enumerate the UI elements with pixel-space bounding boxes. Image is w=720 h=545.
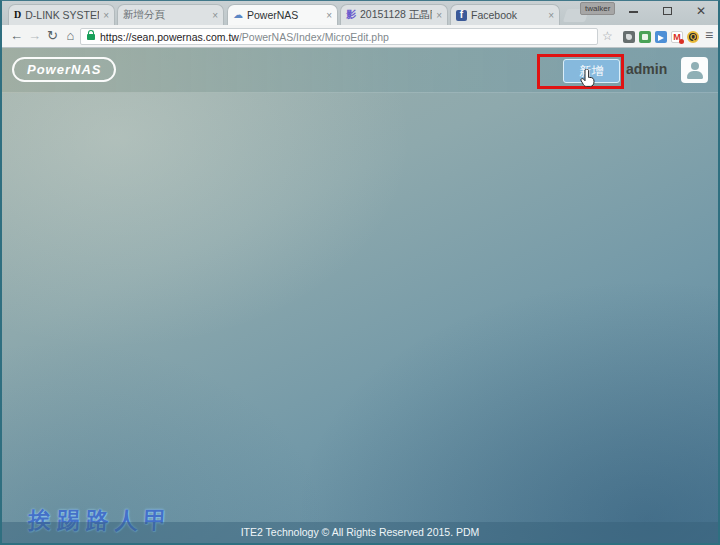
evernote-extension-icon[interactable] [623,31,635,43]
url-path: /PowerNAS/Index/MicroEdit.php [239,31,389,43]
powernas-logo: PowerNAS [12,57,116,82]
tab-new-page[interactable]: 新增分頁 × [117,4,224,25]
tab-close-icon[interactable]: × [212,10,218,21]
tab-label: 新增分頁 [123,8,208,22]
tab-close-icon[interactable]: × [436,10,442,21]
maximize-button[interactable] [650,3,684,21]
tab-label: D-LINK SYSTEMS, I [25,9,99,21]
close-button[interactable]: ✕ [684,3,718,21]
tab-close-icon[interactable]: × [548,10,554,21]
video-favicon-icon: 影 [346,10,356,20]
browser-toolbar: ← → ↻ ⌂ https://sean.powernas.com.tw/Pow… [2,25,718,48]
reload-button[interactable]: ↻ [44,27,61,45]
footer-copyright: ITE2 Technology © All Rights Reserved 20… [2,522,718,543]
tab-dlink[interactable]: D D-LINK SYSTEMS, I × [8,4,115,25]
gmail-extension-icon[interactable]: M [671,31,683,43]
back-button[interactable]: ← [8,27,25,45]
tab-label: PowerNAS [247,9,322,21]
cloud-favicon-icon: ☁ [233,10,243,20]
forward-button[interactable]: → [26,27,43,45]
dlink-favicon-icon: D [14,10,21,20]
browser-window: D D-LINK SYSTEMS, I × 新增分頁 × ☁ PowerNAS … [0,0,720,545]
ssl-lock-icon[interactable] [87,34,95,40]
tab-powernas-active[interactable]: ☁ PowerNAS × [227,4,338,25]
tab-label: 20151128 正晶限時 [360,8,432,22]
user-icon-body [687,71,703,79]
maximize-icon [663,7,672,15]
user-icon [691,62,699,70]
powernas-page: PowerNAS 新增 admin 挨踢路人甲 ITE2 Technology … [2,48,718,543]
home-button[interactable]: ⌂ [62,27,79,45]
user-account-button[interactable] [681,57,708,83]
url-domain: https://sean.powernas.com.tw [100,31,239,43]
tab-facebook[interactable]: f Facebook × [450,4,560,25]
chrome-menu-icon[interactable]: ≡ [705,27,713,43]
window-controls: ✕ [616,3,718,21]
minimize-button[interactable] [616,3,650,21]
q-extension-icon[interactable]: Q [687,31,699,43]
tab-label: Facebook [471,9,544,21]
minimize-icon [629,11,638,13]
twalker-badge: twalker [580,2,615,15]
green-extension-icon[interactable] [639,31,651,43]
tab-close-icon[interactable]: × [103,10,109,21]
logged-in-username: admin [626,61,667,77]
blue-extension-icon[interactable] [655,31,667,43]
hand-cursor-icon [580,69,596,91]
tab-close-icon[interactable]: × [326,10,332,21]
tab-video[interactable]: 影 20151128 正晶限時 × [340,4,448,25]
facebook-favicon-icon: f [456,10,467,21]
site-header: PowerNAS 新增 admin [2,48,718,93]
bookmark-star-icon[interactable]: ☆ [602,29,613,43]
address-bar[interactable]: https://sean.powernas.com.tw/PowerNAS/In… [80,28,598,45]
tab-strip: D D-LINK SYSTEMS, I × 新增分頁 × ☁ PowerNAS … [2,1,718,25]
